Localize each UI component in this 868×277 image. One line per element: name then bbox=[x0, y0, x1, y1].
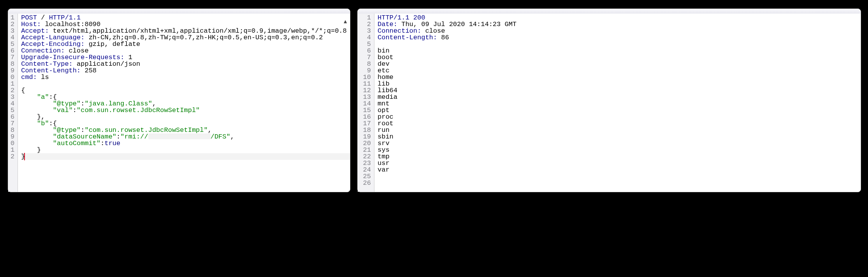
line-number: 0 bbox=[11, 140, 14, 147]
code-line: lib64 bbox=[378, 87, 861, 94]
code-line: Accept-Language: zh-CN,zh;q=0.8,zh-TW;q=… bbox=[21, 34, 350, 41]
code-line: "@type":"com.sun.rowset.JdbcRowSetImpl", bbox=[21, 127, 350, 133]
code-line: lib bbox=[378, 81, 861, 87]
code-line: home bbox=[378, 74, 861, 81]
code-line: { bbox=[21, 87, 350, 94]
line-number: 8 bbox=[11, 61, 14, 67]
line-number: 4 bbox=[11, 34, 14, 41]
line-number: 8 bbox=[11, 127, 14, 133]
line-number: 9 bbox=[11, 133, 14, 140]
code-line: etc bbox=[378, 67, 861, 74]
code-line: "b":{ bbox=[21, 120, 350, 127]
code-line: usr bbox=[378, 160, 861, 167]
code-line bbox=[378, 173, 861, 180]
code-line: media bbox=[378, 94, 861, 100]
code-line: Content-Length: 86 bbox=[378, 34, 861, 41]
line-number: 1 bbox=[360, 14, 371, 21]
code-line: Connection: close bbox=[378, 28, 861, 34]
line-number: 1 bbox=[11, 14, 14, 21]
line-number: 2 bbox=[11, 87, 14, 94]
code-line: sys bbox=[378, 147, 861, 153]
code-line: root bbox=[378, 120, 861, 127]
line-number: 1 bbox=[11, 81, 14, 87]
code-line: bin bbox=[378, 47, 861, 54]
http-request-pane: 1234567890123456789012 POST / HTTP/1.1Ho… bbox=[8, 9, 350, 192]
code-line: Host: localhost:8090 bbox=[21, 21, 350, 28]
code-line bbox=[378, 180, 861, 186]
code-line: Content-Length: 258 bbox=[21, 67, 350, 74]
line-number: 2 bbox=[11, 21, 14, 28]
code-line: tmp bbox=[378, 153, 861, 160]
code-line: Date: Thu, 09 Jul 2020 14:14:23 GMT bbox=[378, 21, 861, 28]
line-number: 6 bbox=[11, 114, 14, 120]
code-line: boot bbox=[378, 54, 861, 61]
code-line: sbin bbox=[378, 133, 861, 140]
line-number: 5 bbox=[360, 41, 371, 47]
request-code-area[interactable]: POST / HTTP/1.1Host: localhost:8090Accep… bbox=[18, 14, 350, 192]
http-response-pane: 1234567891011121314151617181920212223242… bbox=[357, 9, 861, 192]
line-number: 13 bbox=[360, 94, 371, 100]
response-code-area[interactable]: HTTP/1.1 200Date: Thu, 09 Jul 2020 14:14… bbox=[374, 14, 861, 192]
code-line: var bbox=[378, 167, 861, 173]
line-number: 15 bbox=[360, 107, 371, 114]
line-number: 3 bbox=[11, 94, 14, 100]
line-number: 20 bbox=[360, 140, 371, 147]
code-line: dev bbox=[378, 61, 861, 67]
code-line: HTTP/1.1 200 bbox=[378, 14, 861, 21]
line-number: 6 bbox=[360, 47, 371, 54]
code-line: mnt bbox=[378, 100, 861, 107]
code-line: }, bbox=[21, 114, 350, 120]
line-number: 22 bbox=[360, 153, 371, 160]
code-line: } bbox=[21, 147, 350, 153]
code-line: cmd: ls bbox=[21, 74, 350, 81]
line-number: 23 bbox=[360, 160, 371, 167]
line-number: 8 bbox=[360, 61, 371, 67]
line-number: 19 bbox=[360, 133, 371, 140]
request-line-gutter: 1234567890123456789012 bbox=[8, 14, 18, 192]
request-content: 1234567890123456789012 POST / HTTP/1.1Ho… bbox=[8, 14, 350, 192]
line-number: 2 bbox=[11, 153, 14, 160]
code-line: POST / HTTP/1.1 bbox=[21, 14, 350, 21]
line-number: 9 bbox=[11, 67, 14, 74]
line-number: 21 bbox=[360, 147, 371, 153]
code-line bbox=[378, 41, 861, 47]
code-line: "dataSourceName":"rmi:///DFS", bbox=[21, 133, 350, 140]
line-number: 12 bbox=[360, 87, 371, 94]
code-line: Upgrade-Insecure-Requests: 1 bbox=[21, 54, 350, 61]
code-line: Content-Type: application/json bbox=[21, 61, 350, 67]
line-number: 26 bbox=[360, 180, 371, 186]
code-line: proc bbox=[378, 114, 861, 120]
line-number: 4 bbox=[11, 100, 14, 107]
line-number: 24 bbox=[360, 167, 371, 173]
code-line: "@type":"java.lang.Class", bbox=[21, 100, 350, 107]
line-number: 18 bbox=[360, 127, 371, 133]
code-line: Accept-Encoding: gzip, deflate bbox=[21, 41, 350, 47]
code-line: "a":{ bbox=[21, 94, 350, 100]
line-number: 14 bbox=[360, 100, 371, 107]
line-number: 3 bbox=[11, 28, 14, 34]
line-number: 0 bbox=[11, 74, 14, 81]
line-number: 9 bbox=[360, 67, 371, 74]
line-number: 5 bbox=[11, 107, 14, 114]
redacted-host bbox=[148, 133, 211, 139]
code-line: srv bbox=[378, 140, 861, 147]
code-line: "val":"com.sun.rowset.JdbcRowSetImpl" bbox=[21, 107, 350, 114]
code-line: Connection: close bbox=[21, 47, 350, 54]
line-number: 7 bbox=[11, 54, 14, 61]
line-number: 4 bbox=[360, 34, 371, 41]
line-number: 7 bbox=[11, 120, 14, 127]
line-number: 6 bbox=[11, 47, 14, 54]
line-number: 16 bbox=[360, 114, 371, 120]
code-line: opt bbox=[378, 107, 861, 114]
code-line: run bbox=[378, 127, 861, 133]
response-line-gutter: 1234567891011121314151617181920212223242… bbox=[358, 14, 374, 192]
line-number: 11 bbox=[360, 81, 371, 87]
response-content: 1234567891011121314151617181920212223242… bbox=[358, 14, 861, 192]
line-number: 1 bbox=[11, 147, 14, 153]
line-number: 25 bbox=[360, 173, 371, 180]
code-line bbox=[21, 81, 350, 87]
code-line: } bbox=[21, 153, 350, 160]
line-number: 3 bbox=[360, 28, 371, 34]
scrollbar-up-icon[interactable]: ▲ bbox=[344, 19, 349, 25]
line-number: 2 bbox=[360, 21, 371, 28]
